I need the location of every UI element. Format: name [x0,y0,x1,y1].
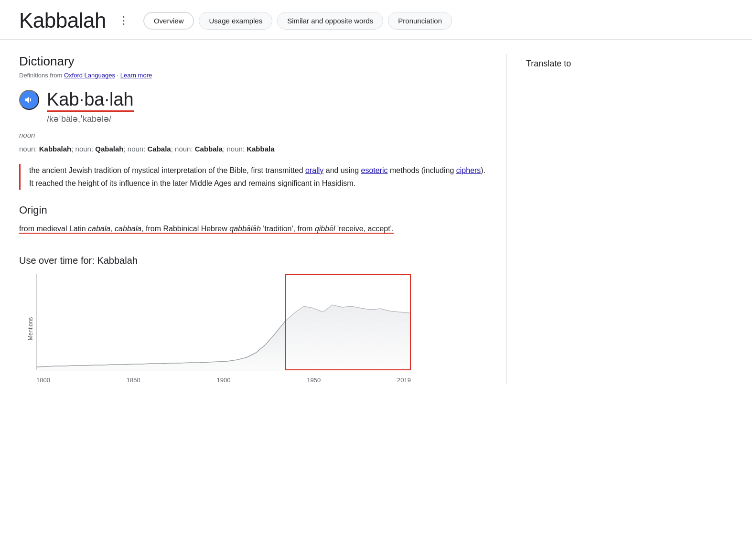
noun-forms: noun: Kabbalah; noun: Qabalah; noun: Cab… [19,143,487,155]
word-display-container: Kab·ba·lah [47,89,134,110]
speaker-icon [24,95,34,105]
word-underline [47,110,134,112]
x-label-1950: 1950 [307,377,321,384]
main-content: Dictionary Definitions from Oxford Langu… [19,54,487,384]
nav-tabs: Overview Usage examples Similar and oppo… [143,12,452,30]
source-line: Definitions from Oxford Languages · Lear… [19,72,487,79]
phonetic: /kəˈbälə,ˈkabələ/ [47,114,487,124]
origin-title: Origin [19,204,487,216]
translate-to-label[interactable]: Translate to [526,59,571,68]
noun-form-2: Qabalah [95,145,123,153]
tab-usage-examples[interactable]: Usage examples [199,12,272,30]
learn-more-link[interactable]: Learn more [120,72,152,79]
chart-container: Mentions [19,274,411,384]
word-title: Kabbalah [19,9,106,32]
origin-underline: from medieval Latin cabala, cabbala, fro… [19,225,394,234]
chart-x-labels: 1800 1850 1900 1950 2019 [36,377,411,384]
word-display: Kab·ba·lah [47,89,134,110]
ciphers-link[interactable]: ciphers [456,166,481,174]
sidebar: Translate to [506,54,612,384]
page-header: Kabbalah ⋮ Overview Usage examples Simil… [0,0,752,40]
dictionary-section-title: Dictionary [19,54,487,69]
chart-title: Use over time for: Kabbalah [19,255,487,266]
tab-overview[interactable]: Overview [143,12,194,30]
noun-form-3: Cabala [148,145,171,153]
word-pronunciation-row: Kab·ba·lah [19,89,487,110]
x-label-2019: 2019 [397,377,411,384]
noun-form-5: Kabbala [247,145,274,153]
main-layout: Dictionary Definitions from Oxford Langu… [0,40,752,384]
tab-similar-opposite[interactable]: Similar and opposite words [277,12,383,30]
esoteric-link[interactable]: esoteric [361,166,388,174]
chart-section: Use over time for: Kabbalah Mentions [19,255,487,384]
x-label-1800: 1800 [36,377,50,384]
origin-text: from medieval Latin cabala, cabbala, fro… [19,222,487,238]
definition-block: the ancient Jewish tradition of mystical… [19,164,487,190]
noun-form-1: Kabbalah [39,145,72,153]
x-label-1850: 1850 [127,377,140,384]
noun-form-4: Cabbala [195,145,223,153]
x-label-1900: 1900 [217,377,231,384]
definition-text: the ancient Jewish tradition of mystical… [29,164,487,190]
chart-highlight [285,274,411,370]
audio-button[interactable] [19,90,39,110]
oxford-link[interactable]: Oxford Languages [64,72,115,79]
more-icon[interactable]: ⋮ [118,14,129,27]
chart-y-label: Mentions [27,317,34,341]
tab-pronunciation[interactable]: Pronunciation [388,12,452,30]
source-text: Definitions from [19,72,64,79]
orally-link[interactable]: orally [305,166,323,174]
part-of-speech: noun [19,131,487,139]
